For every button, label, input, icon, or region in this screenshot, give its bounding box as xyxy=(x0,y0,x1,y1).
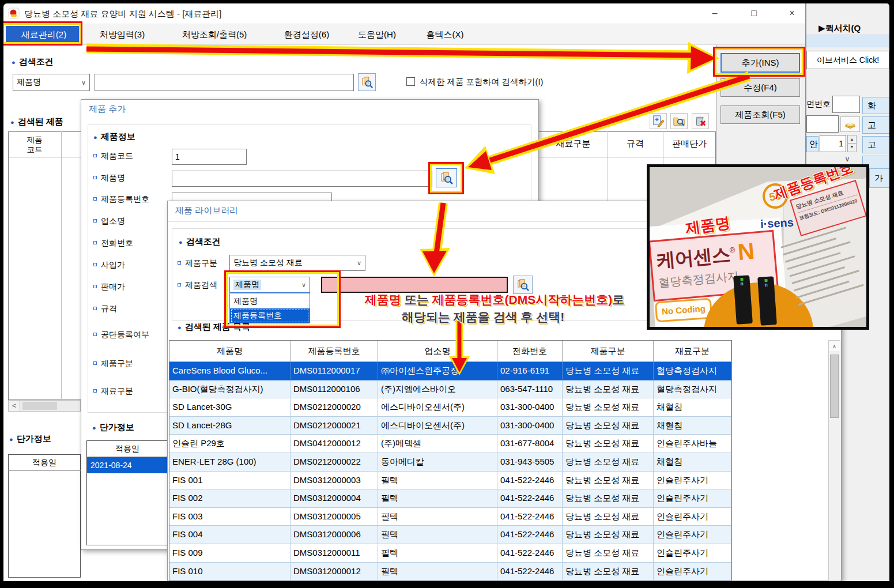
menu-item-prescription-view[interactable]: 처방조회/출력(5) xyxy=(164,26,265,43)
search-folder-icon xyxy=(361,76,374,89)
library-col-header[interactable]: 제품명 xyxy=(169,341,291,362)
table-cell: 채혈침 xyxy=(654,398,731,417)
license-number-input[interactable] xyxy=(832,96,860,113)
table-row[interactable]: ENER-LET 28G (100)DMS0212000022동아메디칼031-… xyxy=(169,453,731,472)
table-row[interactable]: FIS 001DMS0312000003필텍041-522-2446당뇨병 소모… xyxy=(169,472,731,490)
menu-item-help[interactable]: 도움말(H) xyxy=(348,26,406,43)
include-deleted-label: 삭제한 제품 포함하여 검색하기(I) xyxy=(420,77,543,88)
scroll-thumb[interactable] xyxy=(830,355,839,418)
table-row[interactable]: FIS 009DMS0312000011필텍041-522-2446당뇨병 소모… xyxy=(169,544,731,563)
product-search-combo[interactable]: 제품명∨ xyxy=(229,277,310,293)
product-name-input[interactable] xyxy=(172,171,432,187)
table-row[interactable]: CareSens Blood Gluco...DMS0112000017㈜아이센… xyxy=(169,362,731,380)
library-search-input[interactable] xyxy=(321,277,508,293)
table-cell: FIS 004 xyxy=(169,526,291,544)
product-code-input[interactable] xyxy=(172,149,247,165)
library-col-header[interactable]: 재료구분 xyxy=(654,341,731,362)
search-folder-icon xyxy=(516,278,530,292)
product-name-lookup-button[interactable] xyxy=(436,168,457,187)
minimize-button[interactable]: – xyxy=(702,6,727,21)
add-ins-button[interactable]: 추가(INS) xyxy=(721,53,800,73)
row-view-button[interactable] xyxy=(670,113,688,129)
main-table-hscrollbar[interactable]: < xyxy=(8,400,81,412)
quick-search-link[interactable]: ▶퀵서치(Q xyxy=(818,23,891,34)
menu-item-settings[interactable]: 환경설정(6) xyxy=(274,26,339,43)
table-cell: CareSens Blood Gluco... xyxy=(169,362,291,380)
table-cell: DMS0212000022 xyxy=(291,453,378,472)
field-bullet-icon xyxy=(178,261,181,265)
add-field-label: 제품명 xyxy=(93,173,125,183)
stepper-arrows[interactable]: ▲ ▼ xyxy=(847,135,857,152)
library-col-header[interactable]: 전화번호 xyxy=(497,341,563,362)
table-row[interactable]: FIS 004DMS0312000006필텍041-522-2446당뇨병 소모… xyxy=(169,526,731,544)
search-section-title: ●검색조건 xyxy=(12,56,54,67)
live-service-banner[interactable]: 이브서비스 Click! xyxy=(806,51,889,69)
section-bullet-icon: ● xyxy=(10,119,14,126)
menu-item-material[interactable]: 재료관리(2) xyxy=(6,26,82,43)
column-divider xyxy=(61,131,62,400)
main-table-header-spec: 규격 xyxy=(608,138,663,149)
scroll-left-icon[interactable]: < xyxy=(9,401,20,411)
right-partial-label-2: 고 xyxy=(862,116,891,134)
table-cell: 당뇨병 소모성 재료 xyxy=(563,563,654,581)
dropdown-option-name[interactable]: 제품명 xyxy=(230,293,310,308)
add-field-label: 전화번호 xyxy=(93,238,133,248)
library-col-header[interactable]: 제품구분 xyxy=(563,341,654,362)
add-price-row-selected[interactable]: 2021-08-24 xyxy=(87,457,168,473)
table-cell: 당뇨병 소모성 재료 xyxy=(563,544,654,563)
table-cell: DMS0312000005 xyxy=(291,508,378,526)
table-cell: 당뇨병 소모성 재료 xyxy=(563,508,654,526)
add-field-label: 업소명 xyxy=(93,216,125,227)
field-bullet-icon xyxy=(93,361,97,365)
library-table-vscrollbar[interactable]: ∧ xyxy=(828,340,840,581)
table-cell: 041-522-2446 xyxy=(497,508,563,526)
product-add-dialog-title: 제품 추가 xyxy=(89,104,126,115)
table-cell: 041-522-2446 xyxy=(497,563,563,581)
product-library-dialog-title: 제품 라이브러리 xyxy=(175,205,238,216)
row-delete-button[interactable] xyxy=(692,113,709,129)
view-f5-button[interactable]: 제품조회(F5) xyxy=(721,105,800,124)
quantity-stepper[interactable] xyxy=(820,135,846,152)
maximize-button[interactable]: □ xyxy=(741,6,767,21)
search-keyword-input[interactable] xyxy=(95,74,354,91)
main-table-header-price: 판매단가 xyxy=(663,138,716,149)
library-col-header[interactable]: 업소명 xyxy=(378,341,497,362)
table-row[interactable]: SD Lancet-30GDMS0212000020에스디바이오센서(주)031… xyxy=(169,398,731,417)
table-cell: 인슐린주사기 xyxy=(654,563,731,581)
table-row[interactable]: SD Lancet-28GDMS0212000021에스디바이오센서(주)031… xyxy=(169,417,731,435)
table-row[interactable]: FIS 003DMS0312000005필텍041-522-2446당뇨병 소모… xyxy=(169,508,731,526)
table-cell: 에스디바이오센서(주) xyxy=(378,398,497,417)
add-price-section-title: ●단가정보 xyxy=(92,422,134,433)
spin-up-icon[interactable]: ▲ xyxy=(847,135,857,144)
row-add-button[interactable] xyxy=(650,113,667,129)
table-row[interactable]: FIS 010DMS0312000012필텍041-522-2446당뇨병 소모… xyxy=(169,563,731,581)
edit-f4-button[interactable]: 수정(F4) xyxy=(721,78,800,97)
close-button[interactable]: × xyxy=(779,6,805,21)
screenshot-root: 당뇨병 소모성 재료 요양비 지원 시스템 - [재료관리] – □ × 재료관… xyxy=(0,0,894,588)
book-lookup-button[interactable] xyxy=(840,116,860,132)
table-cell: 혈당측정검사지 xyxy=(654,380,731,399)
right-secondary-input[interactable] xyxy=(806,115,839,133)
reg-mark: ® xyxy=(729,246,735,255)
search-lookup-button[interactable] xyxy=(358,73,376,91)
table-row[interactable]: FIS 002DMS0312000004필텍041-522-2446당뇨병 소모… xyxy=(169,489,731,508)
library-col-header[interactable]: 제품등록번호 xyxy=(291,341,378,362)
product-search-dropdown: 제품명 제품등록번호 xyxy=(229,293,310,323)
scroll-thumb[interactable] xyxy=(22,402,57,410)
include-deleted-checkbox[interactable] xyxy=(406,77,415,86)
chevron-down-icon: ∨ xyxy=(81,79,86,86)
table-row[interactable]: 인슐린 P29호DMS0412000012(주)메덱셀031-677-8004당… xyxy=(169,435,731,453)
table-row[interactable]: G-BIO(혈당측정검사지)DMS0112000106(주)지엠에스바이오063… xyxy=(169,380,731,399)
table-cell: ENER-LET 28G (100) xyxy=(169,453,291,472)
menu-item-hometax[interactable]: 홈텍스(X) xyxy=(416,26,474,43)
library-search-section-title: ●검색조건 xyxy=(179,236,221,247)
scroll-up-icon[interactable]: ∧ xyxy=(829,341,840,352)
spin-down-icon[interactable]: ▼ xyxy=(847,144,857,152)
table-cell: 동아메디칼 xyxy=(378,453,497,472)
search-type-combo[interactable]: 제품명∨ xyxy=(13,74,90,91)
table-cell: DMS0112000017 xyxy=(291,362,378,380)
table-cell: 채혈침 xyxy=(654,453,731,472)
menu-item-prescription-input[interactable]: 처방입력(3) xyxy=(91,26,153,43)
product-type-combo[interactable]: 당뇨병 소모성 재료∨ xyxy=(229,255,365,271)
table-cell: ㈜아이센스원주공장 xyxy=(378,362,497,380)
